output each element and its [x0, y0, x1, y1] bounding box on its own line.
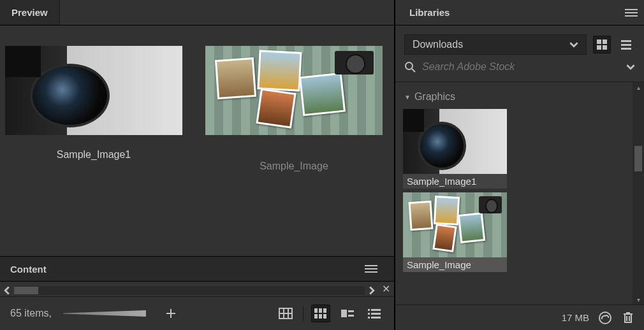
svg-rect-30	[603, 45, 607, 50]
svg-rect-15	[341, 310, 347, 317]
view-list-icon[interactable]	[365, 305, 384, 322]
library-footer: 17 MB	[395, 305, 644, 330]
content-panel-title: Content	[10, 264, 47, 275]
scroll-left-icon[interactable]	[3, 286, 11, 295]
svg-rect-33	[621, 48, 631, 50]
svg-rect-16	[348, 310, 354, 312]
library-selector-row: Downloads	[395, 25, 644, 61]
vertical-scrollbar[interactable]: ▴ ▾	[633, 82, 644, 305]
zoom-slider[interactable]	[63, 310, 146, 317]
content-panel-header: Content	[0, 256, 394, 282]
svg-rect-18	[368, 309, 370, 311]
library-dropdown-value: Downloads	[413, 39, 463, 50]
panel-menu-icon[interactable]	[618, 0, 644, 25]
svg-rect-28	[603, 39, 607, 44]
content-toolbar: 65 items,	[0, 297, 394, 330]
library-item-name: Sample_Image	[403, 257, 507, 272]
left-pane: Preview Sample_Image1 Sample_Image Conte	[0, 0, 395, 330]
library-item[interactable]: Sample_Image1	[403, 109, 507, 189]
preview-body: Sample_Image1 Sample_Image	[0, 25, 394, 256]
preview-item-label: Sample_Image	[260, 161, 328, 172]
svg-rect-19	[371, 309, 381, 311]
items-count-label: 65 items,	[10, 308, 52, 319]
scroll-up-icon[interactable]: ▴	[633, 82, 644, 92]
add-button[interactable]	[161, 305, 180, 322]
grid-view-icon[interactable]	[593, 36, 611, 54]
library-search-row	[395, 61, 644, 82]
library-item-thumbnail[interactable]	[403, 192, 507, 257]
tab-preview[interactable]: Preview	[0, 0, 60, 25]
svg-point-34	[406, 62, 413, 69]
view-grid-small-icon[interactable]	[311, 305, 330, 322]
panel-menu-icon[interactable]	[358, 264, 384, 273]
horizontal-scrollbar[interactable]	[3, 285, 376, 296]
library-item[interactable]: Sample_Image	[403, 192, 507, 272]
chevron-down-icon[interactable]	[626, 62, 635, 71]
cloud-sync-icon[interactable]	[598, 311, 612, 325]
preview-item-label: Sample_Image1	[57, 149, 131, 161]
svg-rect-23	[371, 317, 381, 319]
svg-rect-20	[368, 313, 370, 315]
search-input[interactable]	[422, 61, 620, 73]
preview-tabs: Preview	[0, 0, 394, 25]
disclosure-triangle-icon: ▼	[404, 94, 411, 101]
svg-rect-9	[314, 308, 318, 313]
svg-point-36	[599, 312, 611, 324]
view-thumbnail-list-icon[interactable]	[338, 305, 357, 322]
svg-rect-14	[323, 314, 326, 319]
content-scroll-row: ✕	[0, 282, 394, 297]
trash-icon[interactable]	[621, 311, 635, 325]
scroll-down-icon[interactable]: ▾	[633, 294, 644, 305]
svg-rect-17	[348, 315, 354, 317]
library-items: Sample_Image1 Sample_Image	[399, 105, 644, 272]
preview-thumbnail[interactable]	[5, 46, 182, 135]
library-content: ▼ Graphics Sample_Image1 Sample_Image	[395, 82, 644, 305]
storage-size-label: 17 MB	[562, 312, 589, 323]
group-name: Graphics	[414, 91, 455, 103]
svg-rect-32	[621, 44, 631, 46]
chevron-down-icon	[569, 40, 578, 49]
svg-rect-22	[368, 317, 370, 319]
close-icon[interactable]: ✕	[382, 283, 390, 295]
svg-rect-21	[371, 313, 381, 315]
scroll-right-icon[interactable]	[367, 286, 376, 295]
tab-libraries[interactable]: Libraries	[395, 0, 461, 25]
group-header-graphics[interactable]: ▼ Graphics	[399, 89, 644, 105]
list-view-icon[interactable]	[617, 36, 635, 54]
library-item-name: Sample_Image1	[403, 174, 507, 189]
preview-item-2[interactable]: Sample_Image	[205, 46, 383, 172]
libraries-panel: Libraries Downloads ▼ Graphics Sample_I	[395, 0, 644, 330]
library-item-thumbnail[interactable]	[403, 109, 507, 174]
scrollbar-thumb[interactable]	[14, 287, 38, 294]
svg-rect-29	[597, 45, 601, 50]
search-icon	[404, 61, 416, 73]
svg-rect-11	[323, 308, 326, 313]
svg-rect-13	[319, 314, 322, 319]
svg-rect-12	[314, 314, 318, 319]
svg-rect-31	[621, 40, 631, 42]
preview-item-1[interactable]: Sample_Image1	[5, 46, 182, 161]
library-dropdown[interactable]: Downloads	[404, 34, 587, 55]
view-grid-large-icon[interactable]	[276, 305, 295, 322]
scrollbar-track[interactable]	[14, 286, 365, 295]
preview-thumbnail[interactable]	[205, 46, 383, 135]
svg-rect-10	[319, 308, 322, 313]
svg-rect-27	[597, 39, 601, 44]
svg-line-35	[412, 69, 415, 72]
scrollbar-thumb[interactable]	[634, 146, 642, 171]
libraries-tabs: Libraries	[395, 0, 644, 25]
